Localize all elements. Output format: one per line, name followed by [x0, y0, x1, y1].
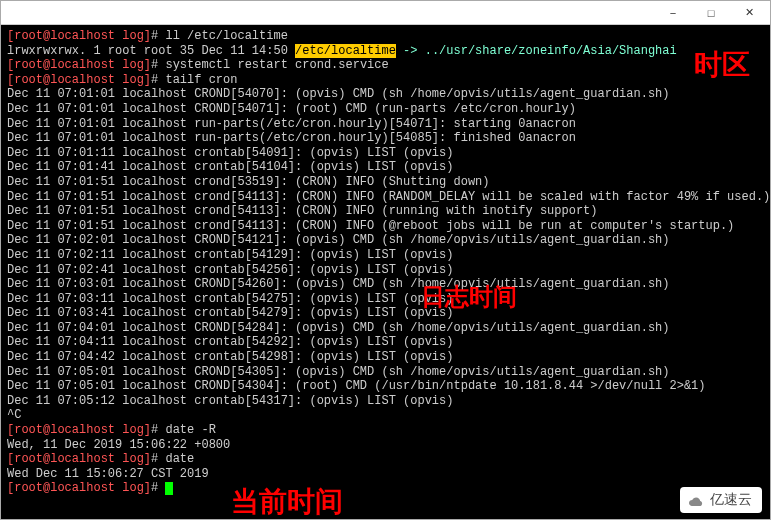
interrupt-marker: ^C	[7, 408, 21, 422]
log-line: Dec 11 07:01:51 localhost crond[54113]: …	[7, 219, 734, 233]
log-line: Dec 11 07:03:01 localhost CROND[54260]: …	[7, 277, 670, 291]
close-button[interactable]: ✕	[730, 2, 768, 24]
log-line: Dec 11 07:01:51 localhost crond[54113]: …	[7, 190, 770, 204]
prompt: [root@localhost log]	[7, 452, 151, 466]
log-line: Dec 11 07:04:01 localhost CROND[54284]: …	[7, 321, 670, 335]
window-titlebar: − □ ✕	[1, 1, 770, 25]
log-line: Dec 11 07:02:41 localhost crontab[54256]…	[7, 263, 453, 277]
log-line: Dec 11 07:05:01 localhost CROND[54304]: …	[7, 379, 706, 393]
cloud-icon	[686, 493, 704, 507]
watermark-text: 亿速云	[710, 491, 752, 509]
prompt: [root@localhost log]	[7, 73, 151, 87]
log-line: Dec 11 07:05:01 localhost CROND[54305]: …	[7, 365, 670, 379]
cmd-date-R: # date -R	[151, 423, 216, 437]
log-line: Dec 11 07:01:11 localhost crontab[54091]…	[7, 146, 453, 160]
date-output: Wed Dec 11 15:06:27 CST 2019	[7, 467, 209, 481]
cmd-ll: # ll /etc/localtime	[151, 29, 288, 43]
log-line: Dec 11 07:01:41 localhost crontab[54104]…	[7, 160, 453, 174]
log-line: Dec 11 07:01:01 localhost run-parts(/etc…	[7, 131, 576, 145]
log-line: Dec 11 07:02:11 localhost crontab[54129]…	[7, 248, 453, 262]
localtime-path: /etc/localtime	[295, 44, 396, 58]
minimize-button[interactable]: −	[654, 2, 692, 24]
prompt: [root@localhost log]	[7, 423, 151, 437]
date-R-output: Wed, 11 Dec 2019 15:06:22 +0800	[7, 438, 230, 452]
cursor	[165, 482, 173, 495]
prompt: [root@localhost log]	[7, 481, 151, 495]
log-line: Dec 11 07:04:42 localhost crontab[54298]…	[7, 350, 453, 364]
cmd-tailf: # tailf cron	[151, 73, 237, 87]
cmd-date: # date	[151, 452, 194, 466]
terminal-window: − □ ✕ [root@localhost log]# ll /etc/loca…	[0, 0, 771, 520]
log-line: Dec 11 07:03:11 localhost crontab[54275]…	[7, 292, 453, 306]
log-line: Dec 11 07:03:41 localhost crontab[54279]…	[7, 306, 453, 320]
terminal-body[interactable]: [root@localhost log]# ll /etc/localtime …	[1, 25, 770, 519]
log-line: Dec 11 07:01:01 localhost run-parts(/etc…	[7, 117, 576, 131]
prompt-symbol: #	[151, 481, 165, 495]
log-line: Dec 11 07:01:01 localhost CROND[54070]: …	[7, 87, 670, 101]
log-line: Dec 11 07:01:51 localhost crond[53519]: …	[7, 175, 489, 189]
log-line: Dec 11 07:05:12 localhost crontab[54317]…	[7, 394, 453, 408]
maximize-button[interactable]: □	[692, 2, 730, 24]
prompt: [root@localhost log]	[7, 58, 151, 72]
cmd-systemctl: # systemctl restart crond.service	[151, 58, 389, 72]
log-line: Dec 11 07:04:11 localhost crontab[54292]…	[7, 335, 453, 349]
watermark-badge: 亿速云	[680, 487, 762, 513]
log-line: Dec 11 07:01:01 localhost CROND[54071]: …	[7, 102, 576, 116]
prompt: [root@localhost log]	[7, 29, 151, 43]
ll-output-line: lrwxrwxrwx. 1 root root 35 Dec 11 14:50 …	[7, 44, 677, 58]
log-line: Dec 11 07:01:51 localhost crond[54113]: …	[7, 204, 598, 218]
log-line: Dec 11 07:02:01 localhost CROND[54121]: …	[7, 233, 670, 247]
